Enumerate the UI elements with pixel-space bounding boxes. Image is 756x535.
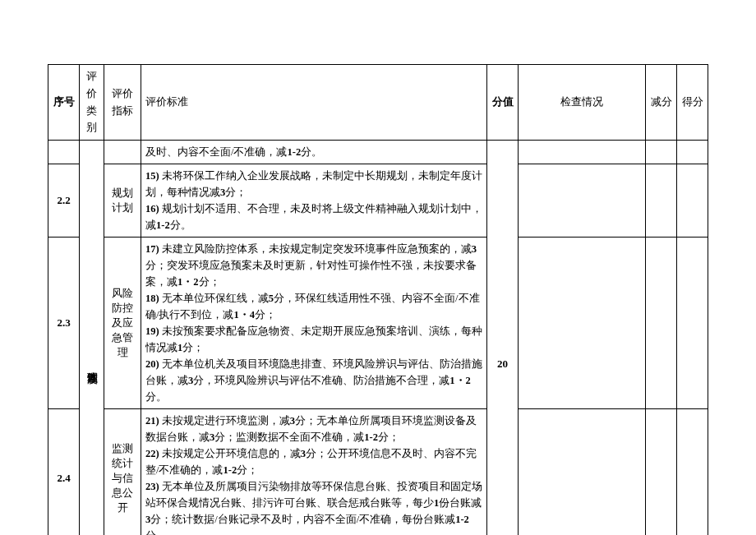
header-cat: 评价类别 <box>80 65 104 141</box>
cell-get <box>677 409 708 535</box>
cell-standard: 17) 未建立风险防控体系，未按规定制定突发环境事件应急预案的，减3分；突发环境… <box>141 238 487 409</box>
cell-get <box>677 164 708 238</box>
cell-standard: 及时、内容不全面/不准确，减1-2分。 <box>141 141 487 164</box>
cell-check <box>519 141 646 164</box>
cell-seq <box>48 141 80 164</box>
header-score: 分值 <box>487 65 519 141</box>
cell-indicator: 监测统计与信息公开 <box>104 409 141 535</box>
cell-deduct <box>646 141 677 164</box>
cell-indicator: 风险防控及应急管理 <box>104 238 141 409</box>
cell-check <box>519 409 646 535</box>
cell-deduct <box>646 409 677 535</box>
cell-get <box>677 238 708 409</box>
table-row: 2.2 规划计划 15) 未将环保工作纳入企业发展战略，未制定中长期规划，未制定… <box>48 164 708 238</box>
header-row: 序号 评价类别 评价指标 评价标准 分值 检查情况 减分 得分 <box>48 65 708 141</box>
cell-category: 管理制度体系 <box>80 141 104 535</box>
header-check: 检查情况 <box>519 65 646 141</box>
cell-check <box>519 238 646 409</box>
cell-seq: 2.3 <box>48 238 80 409</box>
header-get: 得分 <box>677 65 708 141</box>
cell-seq: 2.2 <box>48 164 80 238</box>
table-row: 2.4 监测统计与信息公开 21) 未按规定进行环境监测，减3分；无本单位所属项… <box>48 409 708 535</box>
table-row: 管理制度体系 及时、内容不全面/不准确，减1-2分。 20 <box>48 141 708 164</box>
header-seq: 序号 <box>48 65 80 141</box>
cell-score: 20 <box>487 141 519 535</box>
cell-check <box>519 164 646 238</box>
cell-seq: 2.4 <box>48 409 80 535</box>
cell-indicator: 规划计划 <box>104 164 141 238</box>
cell-standard: 21) 未按规定进行环境监测，减3分；无本单位所属项目环境监测设备及数据台账，减… <box>141 409 487 535</box>
header-ded: 减分 <box>646 65 677 141</box>
cell-deduct <box>646 238 677 409</box>
header-ind: 评价指标 <box>104 65 141 141</box>
cell-deduct <box>646 164 677 238</box>
cell-get <box>677 141 708 164</box>
table-row: 2.3 风险防控及应急管理 17) 未建立风险防控体系，未按规定制定突发环境事件… <box>48 238 708 409</box>
cell-indicator <box>104 141 141 164</box>
cell-standard: 15) 未将环保工作纳入企业发展战略，未制定中长期规划，未制定年度计划，每种情况… <box>141 164 487 238</box>
header-std: 评价标准 <box>141 65 487 141</box>
evaluation-table: 序号 评价类别 评价指标 评价标准 分值 检查情况 减分 得分 管理制度体系 及… <box>48 64 708 535</box>
